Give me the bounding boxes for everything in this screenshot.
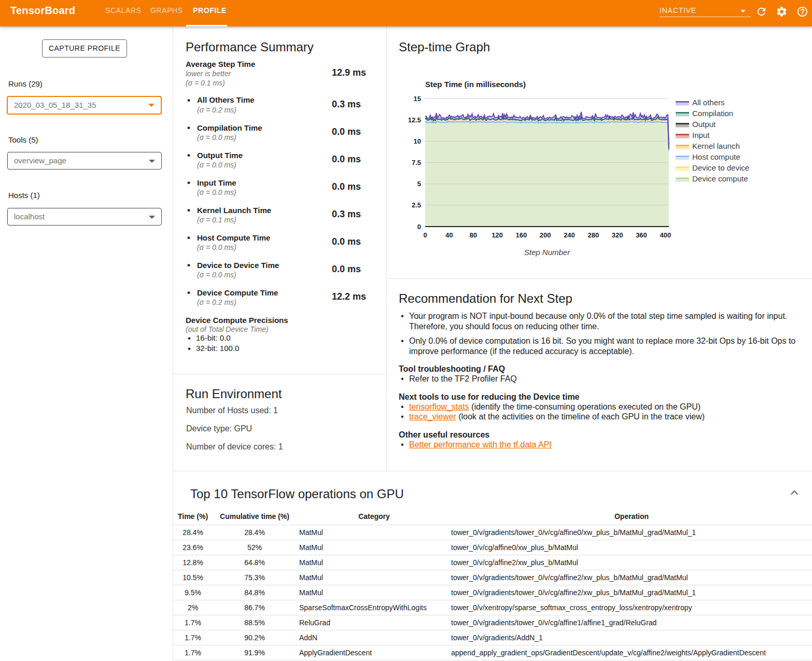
svg-text:Device to device: Device to device (692, 163, 749, 172)
svg-text:15: 15 (414, 95, 421, 103)
svg-text:280: 280 (587, 231, 599, 239)
svg-text:160: 160 (515, 231, 527, 239)
svg-text:Input: Input (692, 131, 710, 139)
svg-text:400: 400 (660, 231, 671, 239)
svg-text:10: 10 (414, 137, 421, 145)
svg-text:40: 40 (445, 231, 453, 239)
svg-text:0: 0 (423, 231, 427, 239)
svg-text:5: 5 (417, 180, 421, 188)
svg-text:80: 80 (469, 231, 477, 239)
svg-text:Compilation: Compilation (692, 109, 733, 118)
svg-text:2.5: 2.5 (412, 201, 421, 209)
svg-text:200: 200 (540, 231, 551, 239)
svg-text:0: 0 (417, 223, 421, 231)
svg-text:120: 120 (492, 231, 503, 239)
svg-text:360: 360 (636, 231, 647, 239)
svg-text:Device compute: Device compute (692, 174, 748, 183)
svg-text:Host compute: Host compute (692, 152, 740, 161)
svg-text:7.5: 7.5 (412, 159, 421, 166)
svg-text:Kernel launch: Kernel launch (692, 142, 740, 150)
svg-text:320: 320 (612, 231, 623, 239)
svg-text:Output: Output (692, 120, 716, 129)
svg-text:240: 240 (564, 231, 575, 239)
svg-text:Step Number: Step Number (524, 248, 570, 257)
svg-text:All others: All others (692, 98, 725, 107)
svg-text:Step Time (in milliseconds): Step Time (in milliseconds) (425, 80, 526, 89)
svg-text:12.5: 12.5 (408, 116, 421, 124)
